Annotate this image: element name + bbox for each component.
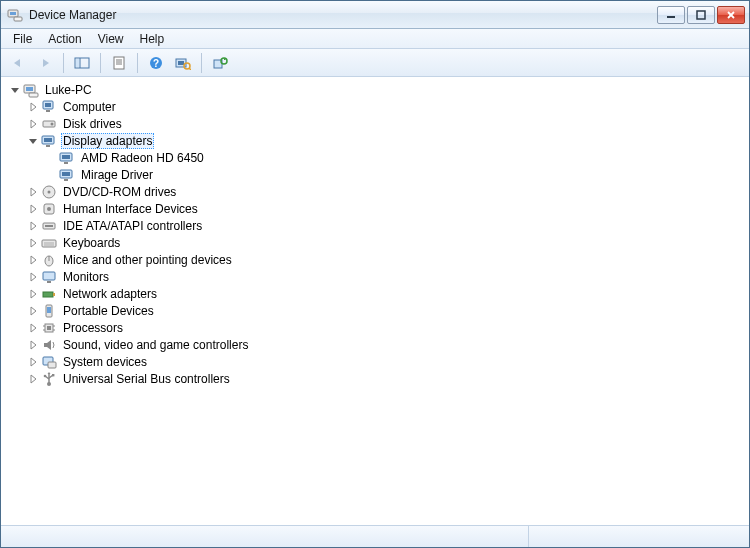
- menu-file[interactable]: File: [5, 30, 40, 48]
- properties-button[interactable]: [108, 52, 130, 74]
- tree-category-hid[interactable]: Human Interface Devices: [27, 200, 749, 217]
- tree-item-label[interactable]: Display adapters: [61, 133, 154, 149]
- scan-hardware-button[interactable]: [172, 52, 194, 74]
- svg-rect-4: [697, 11, 705, 19]
- expand-icon[interactable]: [27, 254, 39, 266]
- tree-root[interactable]: Luke-PC: [9, 81, 749, 98]
- svg-rect-69: [52, 374, 54, 376]
- status-bar: [1, 525, 749, 547]
- status-pane-left: [1, 526, 529, 547]
- tree-item-label[interactable]: Universal Serial Bus controllers: [61, 372, 232, 386]
- system-device-icon: [41, 354, 57, 370]
- menu-action[interactable]: Action: [40, 30, 89, 48]
- expand-icon[interactable]: [27, 220, 39, 232]
- svg-rect-31: [44, 138, 52, 142]
- status-pane-right: [529, 526, 749, 547]
- svg-rect-50: [43, 272, 55, 280]
- tree-device-mirage-driver[interactable]: Mirage Driver: [45, 166, 749, 183]
- expand-icon[interactable]: [27, 288, 39, 300]
- tree-item-label[interactable]: Monitors: [61, 270, 111, 284]
- tree-category-mice[interactable]: Mice and other pointing devices: [27, 251, 749, 268]
- tree-category-disk-drives[interactable]: Disk drives: [27, 115, 749, 132]
- tree-item-label[interactable]: AMD Radeon HD 6450: [79, 151, 206, 165]
- update-driver-button[interactable]: [209, 52, 231, 74]
- show-hide-tree-button[interactable]: [71, 52, 93, 74]
- svg-point-68: [44, 374, 47, 377]
- svg-rect-1: [10, 12, 16, 15]
- svg-rect-27: [46, 110, 50, 112]
- close-button[interactable]: [717, 6, 745, 24]
- expand-icon[interactable]: [27, 101, 39, 113]
- svg-text:?: ?: [153, 58, 159, 69]
- sound-icon: [41, 337, 57, 353]
- expand-icon[interactable]: [27, 339, 39, 351]
- expand-icon[interactable]: [27, 203, 39, 215]
- maximize-button[interactable]: [687, 6, 715, 24]
- tree-item-label[interactable]: Disk drives: [61, 117, 124, 131]
- tree-category-monitors[interactable]: Monitors: [27, 268, 749, 285]
- collapse-icon[interactable]: [9, 84, 21, 96]
- help-button[interactable]: ?: [145, 52, 167, 74]
- expand-icon[interactable]: [27, 373, 39, 385]
- tree-category-computer[interactable]: Computer: [27, 98, 749, 115]
- tree-category-ide[interactable]: IDE ATA/ATAPI controllers: [27, 217, 749, 234]
- expand-icon[interactable]: [27, 271, 39, 283]
- menu-view[interactable]: View: [90, 30, 132, 48]
- svg-rect-57: [47, 326, 51, 330]
- tree-category-processors[interactable]: Processors: [27, 319, 749, 336]
- tree-item-label[interactable]: IDE ATA/ATAPI controllers: [61, 219, 204, 233]
- window-title: Device Manager: [29, 8, 657, 22]
- tree-item-label[interactable]: Mirage Driver: [79, 168, 155, 182]
- display-adapter-icon: [41, 133, 57, 149]
- tree-category-usb[interactable]: Universal Serial Bus controllers: [27, 370, 749, 387]
- tree-item-label[interactable]: System devices: [61, 355, 149, 369]
- hid-icon: [41, 201, 57, 217]
- tree-category-dvd[interactable]: DVD/CD-ROM drives: [27, 183, 749, 200]
- tree-root-label[interactable]: Luke-PC: [43, 83, 94, 97]
- svg-rect-38: [64, 179, 68, 181]
- toolbar: ?: [1, 49, 749, 77]
- usb-icon: [41, 371, 57, 387]
- toolbar-separator: [137, 53, 138, 73]
- expand-icon[interactable]: [27, 356, 39, 368]
- expand-icon[interactable]: [27, 118, 39, 130]
- tree-item-label[interactable]: Computer: [61, 100, 118, 114]
- tree-item-label[interactable]: Portable Devices: [61, 304, 156, 318]
- tree-item-label[interactable]: Keyboards: [61, 236, 122, 250]
- tree-category-network[interactable]: Network adapters: [27, 285, 749, 302]
- svg-rect-34: [62, 155, 70, 159]
- back-button[interactable]: [7, 52, 29, 74]
- svg-rect-10: [114, 57, 124, 69]
- tree-item-label[interactable]: Mice and other pointing devices: [61, 253, 234, 267]
- network-adapter-icon: [41, 286, 57, 302]
- tree-category-sound[interactable]: Sound, video and game controllers: [27, 336, 749, 353]
- computer-icon: [41, 99, 57, 115]
- keyboard-icon: [41, 235, 57, 251]
- tree-item-label[interactable]: Processors: [61, 321, 125, 335]
- menu-help[interactable]: Help: [132, 30, 173, 48]
- tree-device-amd-radeon[interactable]: AMD Radeon HD 6450: [45, 149, 749, 166]
- collapse-icon[interactable]: [27, 135, 39, 147]
- monitor-icon: [41, 269, 57, 285]
- svg-rect-35: [64, 162, 68, 164]
- expand-icon[interactable]: [27, 186, 39, 198]
- tree-item-label[interactable]: Sound, video and game controllers: [61, 338, 250, 352]
- expand-icon[interactable]: [27, 237, 39, 249]
- expand-icon[interactable]: [27, 305, 39, 317]
- tree-category-keyboards[interactable]: Keyboards: [27, 234, 749, 251]
- forward-button[interactable]: [34, 52, 56, 74]
- tree-item-label[interactable]: DVD/CD-ROM drives: [61, 185, 178, 199]
- tree-category-display-adapters[interactable]: Display adapters: [27, 132, 749, 149]
- tree-category-portable[interactable]: Portable Devices: [27, 302, 749, 319]
- toolbar-separator: [63, 53, 64, 73]
- tree-item-label[interactable]: Human Interface Devices: [61, 202, 200, 216]
- device-tree-pane[interactable]: Luke-PC Computer Disk drives: [1, 77, 749, 525]
- expand-icon[interactable]: [27, 322, 39, 334]
- minimize-button[interactable]: [657, 6, 685, 24]
- display-adapter-icon: [59, 150, 75, 166]
- tree-category-system[interactable]: System devices: [27, 353, 749, 370]
- disk-drive-icon: [41, 116, 57, 132]
- svg-point-29: [51, 122, 54, 125]
- svg-rect-63: [48, 362, 56, 368]
- tree-item-label[interactable]: Network adapters: [61, 287, 159, 301]
